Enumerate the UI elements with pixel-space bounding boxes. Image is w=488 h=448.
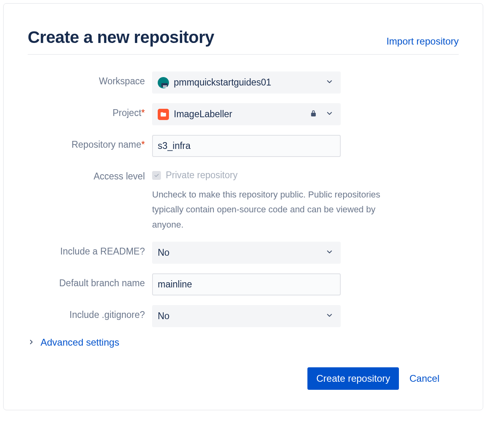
workspace-avatar-icon	[158, 77, 169, 88]
private-checkbox-row[interactable]: Private repository	[152, 167, 409, 181]
workspace-row: Workspace pmmquickstartguides01	[28, 71, 459, 94]
gitignore-select[interactable]: No	[152, 305, 341, 327]
chevron-down-icon	[325, 247, 333, 258]
private-checkbox-label: Private repository	[166, 170, 238, 181]
readme-value: No	[158, 247, 169, 258]
workspace-value: pmmquickstartguides01	[174, 77, 271, 88]
branch-input[interactable]	[152, 273, 341, 295]
branch-row: Default branch name	[28, 273, 459, 295]
project-avatar-icon	[158, 109, 169, 120]
advanced-settings-label: Advanced settings	[41, 337, 119, 348]
advanced-settings-toggle[interactable]: Advanced settings	[28, 337, 459, 348]
project-select[interactable]: ImageLabeller	[152, 103, 341, 125]
chevron-down-icon	[325, 311, 333, 322]
readme-row: Include a README? No	[28, 242, 459, 264]
repo-name-input[interactable]	[152, 135, 341, 157]
panel-header: Create a new repository Import repositor…	[28, 28, 459, 55]
import-repository-link[interactable]: Import repository	[386, 36, 459, 47]
access-row: Access level Private repository Uncheck …	[28, 167, 459, 232]
lock-icon	[309, 109, 317, 120]
readme-select[interactable]: No	[152, 242, 341, 264]
gitignore-value: No	[158, 311, 169, 322]
chevron-down-icon	[325, 77, 333, 88]
private-checkbox[interactable]	[152, 171, 161, 180]
gitignore-row: Include .gitignore? No	[28, 305, 459, 327]
cancel-button[interactable]: Cancel	[409, 373, 439, 384]
branch-label: Default branch name	[28, 273, 152, 289]
workspace-label: Workspace	[28, 71, 152, 88]
project-row: Project* ImageLabeller	[28, 103, 459, 125]
access-help-text: Uncheck to make this repository public. …	[152, 187, 409, 232]
repo-name-row: Repository name*	[28, 135, 459, 157]
gitignore-label: Include .gitignore?	[28, 305, 152, 321]
chevron-down-icon	[325, 109, 333, 120]
readme-label: Include a README?	[28, 242, 152, 258]
create-repository-button[interactable]: Create repository	[307, 367, 399, 390]
create-repo-panel: Create a new repository Import repositor…	[3, 3, 483, 410]
access-label: Access level	[28, 167, 152, 183]
form: Workspace pmmquickstartguides01 Project*	[28, 71, 459, 390]
repo-name-label: Repository name*	[28, 135, 152, 151]
project-value: ImageLabeller	[174, 109, 232, 120]
chevron-right-icon	[28, 338, 35, 347]
project-label: Project*	[28, 103, 152, 119]
page-title: Create a new repository	[28, 28, 214, 47]
form-footer: Create repository Cancel	[28, 367, 459, 390]
workspace-select[interactable]: pmmquickstartguides01	[152, 71, 341, 94]
